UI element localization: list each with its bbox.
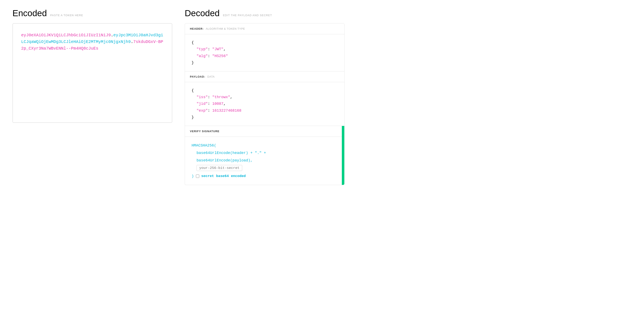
verify-secret-line[interactable] — [192, 164, 338, 172]
verify-line1-text: base64UrlEncode(header) + "." + — [196, 151, 266, 155]
payload-exp-line: "exp": 1613227468168 — [192, 107, 338, 114]
verify-close-paren: ) — [192, 172, 194, 180]
header-typ-line: "typ": "JWT", — [192, 46, 338, 52]
header-alg-value: "HS256" — [212, 54, 228, 58]
header-open-brace: { — [192, 39, 338, 46]
verify-label: VERIFY SIGNATURE — [190, 130, 220, 133]
token-dot1: . — [111, 33, 113, 38]
payload-exp-value: 1613227468168 — [212, 108, 241, 113]
encoded-title: Encoded — [12, 8, 47, 18]
encoded-subtitle: PASTE A TOKEN HERE — [50, 14, 83, 17]
token-part1: eyJ0eXAiOiJKV1QiLCJhbGciOiJIUzI1NiJ9 — [21, 33, 111, 38]
header-close-brace: } — [192, 59, 338, 66]
base64-checkbox[interactable] — [196, 174, 199, 178]
payload-label: PAYLOAD: — [190, 75, 205, 78]
encoded-title-row: Encoded PASTE A TOKEN HERE — [12, 8, 172, 18]
header-label: HEADER: — [190, 27, 204, 30]
decoded-subtitle: EDIT THE PAYLOAD AND SECRET — [223, 14, 272, 17]
encoded-panel: Encoded PASTE A TOKEN HERE eyJ0eXAiOiJKV… — [12, 8, 172, 185]
payload-close-brace: } — [192, 114, 338, 120]
token-dot2: . — [131, 40, 133, 44]
header-content[interactable]: { "typ": "JWT", "alg": "HS256" } — [185, 34, 344, 71]
verify-section-header: VERIFY SIGNATURE — [185, 126, 344, 137]
payload-section: PAYLOAD: DATA { "iss": "throwx", "jid": … — [185, 72, 344, 126]
payload-content[interactable]: { "iss": "throwx", "jid": 10087, "exp": … — [185, 82, 344, 126]
verify-line2-text: base64UrlEncode(payload), — [196, 158, 252, 162]
verify-closing-row: ) secret base64 encoded — [192, 172, 338, 180]
encoded-token-box[interactable]: eyJ0eXAiOiJKV1QiLCJhbGciOiJIUzI1NiJ9.eyJ… — [12, 23, 172, 123]
header-section-header: HEADER: ALGORITHM & TOKEN TYPE — [185, 24, 344, 34]
main-layout: Encoded PASTE A TOKEN HERE eyJ0eXAiOiJKV… — [12, 8, 344, 185]
header-section: HEADER: ALGORITHM & TOKEN TYPE { "typ": … — [185, 23, 344, 72]
decoded-sections: HEADER: ALGORITHM & TOKEN TYPE { "typ": … — [185, 23, 344, 185]
verify-section: VERIFY SIGNATURE HMACSHA256( base64UrlEn… — [185, 126, 344, 185]
payload-section-header: PAYLOAD: DATA — [185, 72, 344, 82]
payload-sublabel: DATA — [207, 75, 214, 78]
valid-badge — [342, 126, 344, 185]
header-typ-value: "JWT" — [212, 47, 224, 51]
verify-func-text: HMACSHA256( — [192, 144, 216, 148]
decoded-panel: Decoded EDIT THE PAYLOAD AND SECRET HEAD… — [185, 8, 344, 185]
verify-line1: base64UrlEncode(header) + "." + — [192, 149, 338, 157]
verify-content: HMACSHA256( base64UrlEncode(header) + ".… — [185, 137, 344, 185]
secret-input[interactable] — [196, 165, 242, 171]
decoded-title-row: Decoded EDIT THE PAYLOAD AND SECRET — [185, 8, 344, 18]
base64-checkbox-label: secret base64 encoded — [201, 173, 246, 180]
verify-line2: base64UrlEncode(payload), — [192, 157, 338, 164]
payload-open-brace: { — [192, 87, 338, 94]
decoded-title: Decoded — [185, 8, 220, 18]
header-sublabel: ALGORITHM & TOKEN TYPE — [206, 27, 245, 30]
payload-iss-line: "iss": "throwx", — [192, 94, 338, 100]
payload-jid-line: "jid": 10087, — [192, 100, 338, 107]
payload-jid-value: 10087 — [212, 102, 224, 106]
verify-func-line: HMACSHA256( — [192, 142, 338, 149]
payload-iss-value: "throwx" — [212, 95, 230, 99]
header-alg-line: "alg": "HS256" — [192, 53, 338, 59]
